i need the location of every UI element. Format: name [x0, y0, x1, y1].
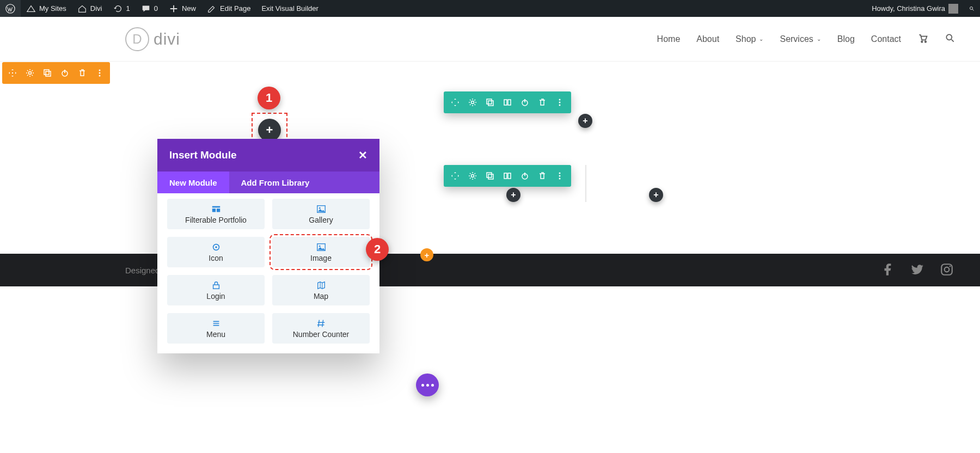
- instagram-icon: [940, 262, 954, 277]
- move-icon[interactable]: [450, 172, 460, 180]
- modal-title: Insert Module: [169, 149, 237, 161]
- account-link[interactable]: Howdy, Christina Gwira: [866, 0, 964, 17]
- section-toolbar: [2, 62, 110, 84]
- avatar: [948, 4, 958, 14]
- more-icon[interactable]: [555, 172, 565, 180]
- nav-shop[interactable]: Shop⌄: [736, 34, 763, 44]
- twitter-link[interactable]: [910, 262, 924, 278]
- svg-point-19: [559, 102, 561, 103]
- modal-tabs: New Module Add From Library: [157, 172, 379, 193]
- module-filterable-portfolio[interactable]: Filterable Portfolio: [167, 199, 265, 229]
- search-icon: [969, 4, 975, 14]
- module-map[interactable]: Map: [272, 275, 370, 305]
- image-icon: [316, 242, 326, 252]
- svg-point-18: [559, 99, 561, 101]
- more-icon[interactable]: [555, 98, 565, 107]
- footer-text: Designed: [125, 266, 160, 275]
- move-icon[interactable]: [450, 98, 460, 107]
- wp-admin-bar: My Sites Divi 1 0 New Edit Page Exit Vis…: [0, 0, 980, 17]
- add-section-button[interactable]: +: [420, 248, 433, 261]
- cart-button[interactable]: [917, 33, 928, 46]
- add-module-button-col1[interactable]: +: [258, 119, 281, 142]
- svg-rect-14: [488, 101, 493, 106]
- nav-services[interactable]: Services⌄: [780, 34, 820, 44]
- module-image[interactable]: Image: [272, 237, 370, 267]
- lock-icon: [211, 280, 221, 290]
- logo-text: divi: [154, 30, 180, 48]
- svg-point-21: [471, 175, 474, 177]
- edit-page-link[interactable]: Edit Page: [201, 0, 256, 17]
- module-menu[interactable]: Menu: [167, 313, 265, 344]
- module-number-counter[interactable]: Number Counter: [272, 313, 370, 344]
- site-name-link[interactable]: Divi: [72, 0, 108, 17]
- module-icon[interactable]: Icon: [167, 237, 265, 267]
- facebook-icon: [881, 262, 895, 277]
- svg-point-41: [945, 267, 950, 272]
- site-footer: Designed: [0, 254, 980, 286]
- power-icon[interactable]: [520, 172, 530, 180]
- search-button[interactable]: [945, 33, 955, 46]
- add-module-button-row2-col2[interactable]: +: [649, 188, 663, 202]
- insert-module-modal: Insert Module ✕ New Module Add From Libr…: [157, 139, 379, 353]
- svg-point-36: [215, 246, 217, 248]
- column-separator: [585, 165, 586, 202]
- duplicate-icon[interactable]: [485, 172, 495, 180]
- sites-icon: [26, 4, 36, 14]
- admin-search-button[interactable]: [964, 0, 980, 17]
- columns-icon[interactable]: [503, 172, 512, 180]
- gear-icon[interactable]: [468, 172, 477, 180]
- gear-icon[interactable]: [25, 69, 35, 77]
- modal-close-button[interactable]: ✕: [358, 149, 367, 162]
- svg-rect-13: [487, 99, 492, 104]
- module-login[interactable]: Login: [167, 275, 265, 305]
- twitter-icon: [910, 262, 924, 277]
- updates-link[interactable]: 1: [108, 0, 136, 17]
- nav-home[interactable]: Home: [657, 34, 681, 44]
- columns-icon[interactable]: [503, 98, 512, 107]
- comments-count: 0: [154, 4, 158, 13]
- duplicate-icon[interactable]: [42, 69, 52, 77]
- trash-icon[interactable]: [537, 98, 547, 107]
- tab-new-module[interactable]: New Module: [157, 172, 229, 193]
- home-icon: [77, 4, 87, 14]
- hash-icon: [316, 319, 326, 328]
- builder-settings-fab[interactable]: [416, 374, 439, 396]
- nav-contact[interactable]: Contact: [871, 34, 901, 44]
- exit-visual-builder-link[interactable]: Exit Visual Builder: [256, 0, 324, 17]
- edit-page-label: Edit Page: [220, 4, 250, 13]
- grid-icon: [211, 204, 221, 214]
- my-sites-label: My Sites: [39, 4, 66, 13]
- gear-icon[interactable]: [468, 98, 477, 107]
- add-module-button-row2-col1[interactable]: +: [506, 188, 520, 202]
- tab-add-from-library[interactable]: Add From Library: [229, 172, 322, 193]
- new-link[interactable]: New: [163, 0, 201, 17]
- add-module-button-col2[interactable]: +: [578, 114, 592, 128]
- wp-logo[interactable]: [0, 0, 21, 17]
- svg-rect-22: [487, 173, 492, 177]
- chevron-down-icon: ⌄: [759, 36, 763, 42]
- refresh-icon: [113, 4, 123, 14]
- trash-icon[interactable]: [77, 69, 87, 77]
- duplicate-icon[interactable]: [485, 98, 495, 107]
- move-icon[interactable]: [8, 69, 17, 77]
- facebook-link[interactable]: [881, 262, 895, 278]
- svg-rect-24: [504, 173, 507, 179]
- svg-point-10: [99, 72, 101, 74]
- power-icon[interactable]: [60, 69, 70, 77]
- more-icon[interactable]: [95, 69, 105, 77]
- updates-count: 1: [126, 4, 130, 13]
- comments-link[interactable]: 0: [136, 0, 163, 17]
- nav-blog[interactable]: Blog: [837, 34, 855, 44]
- power-icon[interactable]: [520, 98, 530, 107]
- module-gallery[interactable]: Gallery: [272, 199, 370, 229]
- chevron-down-icon: ⌄: [817, 36, 821, 42]
- nav-about[interactable]: About: [696, 34, 719, 44]
- svg-point-34: [318, 207, 320, 209]
- svg-rect-30: [212, 206, 219, 207]
- modal-body: Filterable Portfolio Gallery Icon Image …: [157, 193, 379, 353]
- instagram-link[interactable]: [940, 262, 954, 278]
- trash-icon[interactable]: [537, 172, 547, 180]
- svg-point-42: [950, 265, 951, 267]
- site-logo[interactable]: D divi: [125, 27, 180, 51]
- my-sites-link[interactable]: My Sites: [21, 0, 72, 17]
